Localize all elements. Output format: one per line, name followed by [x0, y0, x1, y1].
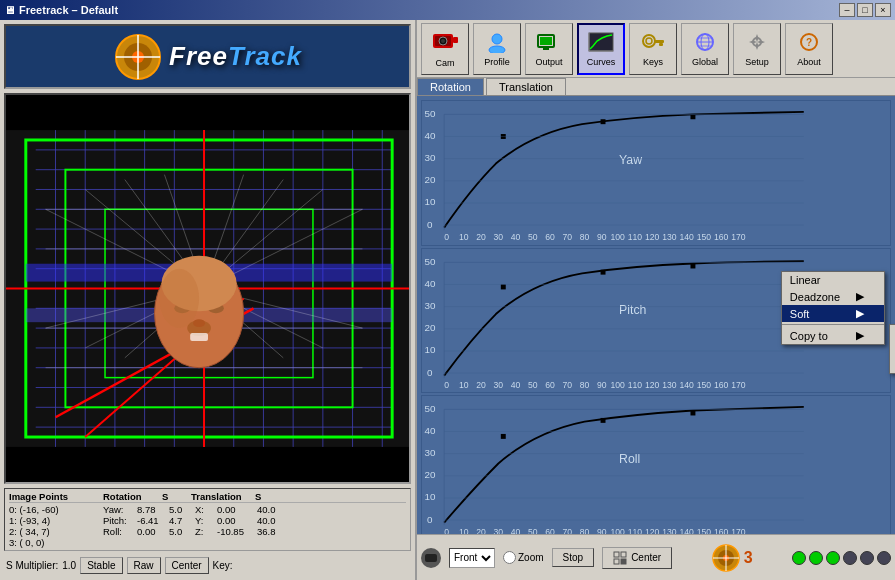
raw-button[interactable]: Raw — [127, 557, 161, 574]
menu-item-linear[interactable]: Linear — [782, 272, 884, 288]
center-button-left[interactable]: Center — [165, 557, 209, 574]
maximize-button[interactable]: □ — [857, 3, 873, 17]
rot-val-1: -6.41 — [137, 515, 165, 526]
svg-point-85 — [646, 38, 652, 44]
output-icon — [535, 31, 563, 55]
svg-text:30: 30 — [424, 300, 435, 311]
svg-text:150: 150 — [697, 527, 712, 534]
submenu-medium-soft[interactable]: Medium soft — [890, 341, 895, 357]
key-label: Key: — [213, 560, 233, 571]
stable-button[interactable]: Stable — [80, 557, 122, 574]
svg-text:50: 50 — [424, 255, 435, 266]
svg-text:0: 0 — [427, 219, 433, 230]
svg-text:50: 50 — [528, 527, 538, 534]
center-button-right[interactable]: Center — [602, 547, 672, 569]
table-row: 3: ( 0, 0) — [9, 537, 406, 548]
svg-text:40: 40 — [424, 425, 435, 436]
tab-translation[interactable]: Translation — [486, 78, 566, 95]
svg-point-69 — [159, 269, 199, 328]
svg-text:0: 0 — [444, 527, 449, 534]
logo-area: FreeTrack — [4, 24, 411, 89]
tr-val-1: 0.00 — [217, 515, 253, 526]
svg-text:130: 130 — [662, 527, 677, 534]
svg-rect-78 — [540, 37, 552, 45]
svg-point-84 — [643, 35, 655, 47]
close-button[interactable]: × — [875, 3, 891, 17]
svg-rect-123 — [690, 114, 695, 119]
svg-text:150: 150 — [697, 380, 712, 390]
keys-button[interactable]: Keys — [629, 23, 677, 75]
svg-text:0: 0 — [427, 514, 433, 525]
s-rot-1: 4.7 — [169, 515, 191, 526]
center-icon — [613, 551, 627, 565]
svg-text:160: 160 — [714, 380, 729, 390]
rot-val-2: 0.00 — [137, 526, 165, 537]
rot-lbl-0: Yaw: — [103, 504, 133, 515]
menu-item-copy[interactable]: Copy to ▶ — [782, 327, 884, 344]
menu-separator — [782, 324, 884, 325]
s-tr-0: 40.0 — [257, 504, 282, 515]
svg-text:40: 40 — [424, 278, 435, 289]
view-select[interactable]: Front — [449, 548, 495, 568]
minimize-button[interactable]: – — [839, 3, 855, 17]
svg-text:10: 10 — [424, 196, 435, 207]
curves-icon — [587, 31, 615, 55]
svg-text:20: 20 — [476, 232, 486, 242]
camera-indicator — [421, 548, 441, 568]
table-row: 2: ( 34, 7) Roll: 0.00 5.0 Z: -10.85 36.… — [9, 526, 406, 537]
tab-rotation[interactable]: Rotation — [417, 78, 484, 95]
soft-arrow: ▶ — [856, 307, 864, 320]
global-button[interactable]: Global — [681, 23, 729, 75]
svg-text:90: 90 — [597, 232, 607, 242]
yaw-chart: 50 40 30 20 10 0 0 10 20 30 40 50 60 70 … — [421, 100, 891, 246]
submenu: Small soft Medium soft Large soft — [889, 324, 895, 374]
window-controls[interactable]: – □ × — [839, 3, 891, 17]
yaw-chart-svg: 50 40 30 20 10 0 0 10 20 30 40 50 60 70 … — [422, 101, 890, 245]
rot-lbl-2: Roll: — [103, 526, 133, 537]
svg-text:30: 30 — [493, 380, 503, 390]
submenu-small-soft[interactable]: Small soft — [890, 325, 895, 341]
svg-text:120: 120 — [645, 527, 660, 534]
tab-bar: Rotation Translation — [417, 78, 895, 96]
tr-val-2: -10.85 — [217, 526, 253, 537]
cam-button[interactable]: Cam — [421, 23, 469, 75]
svg-text:80: 80 — [580, 380, 590, 390]
s2-col-header: S — [255, 491, 280, 502]
svg-text:30: 30 — [493, 527, 503, 534]
submenu-large-soft[interactable]: Large soft — [890, 357, 895, 373]
table-row: 1: (-93, 4) Pitch: -6.41 4.7 Y: 0.00 40.… — [9, 515, 406, 526]
svg-text:10: 10 — [424, 344, 435, 355]
s-multiplier-label: S Multiplier: — [6, 560, 58, 571]
svg-text:10: 10 — [459, 527, 469, 534]
svg-text:170: 170 — [731, 380, 746, 390]
status-info: Image Points Rotation S Translation S 0:… — [4, 488, 411, 551]
curves-button[interactable]: Curves — [577, 23, 625, 75]
svg-text:40: 40 — [511, 380, 521, 390]
svg-rect-168 — [422, 397, 890, 534]
s-tr-2: 36.8 — [257, 526, 282, 537]
profile-button[interactable]: Profile — [473, 23, 521, 75]
svg-text:40: 40 — [511, 527, 521, 534]
svg-text:0: 0 — [427, 366, 433, 377]
svg-point-76 — [489, 46, 505, 53]
zoom-radio[interactable]: Zoom — [503, 551, 544, 564]
menu-item-deadzone[interactable]: Deadzone ▶ — [782, 288, 884, 305]
svg-text:30: 30 — [493, 232, 503, 242]
svg-text:0: 0 — [444, 232, 449, 242]
stop-button[interactable]: Stop — [552, 548, 595, 567]
tr-lbl-1: Y: — [195, 515, 213, 526]
logo-text: FreeTrack — [169, 41, 302, 72]
svg-text:130: 130 — [662, 380, 677, 390]
svg-text:70: 70 — [562, 232, 572, 242]
led-number: 3 — [744, 549, 753, 567]
keys-label: Keys — [643, 57, 663, 67]
bottom-controls: S Multiplier: 1.0 Stable Raw Center Key: — [4, 555, 411, 576]
setup-button[interactable]: Setup — [733, 23, 781, 75]
output-button[interactable]: Output — [525, 23, 573, 75]
svg-rect-122 — [601, 119, 606, 124]
led-indicators — [792, 551, 891, 565]
svg-text:70: 70 — [562, 380, 572, 390]
svg-text:0: 0 — [444, 380, 449, 390]
menu-item-soft[interactable]: Soft ▶ Small soft Medium soft Large soft — [782, 305, 884, 322]
about-button[interactable]: ? About — [785, 23, 833, 75]
